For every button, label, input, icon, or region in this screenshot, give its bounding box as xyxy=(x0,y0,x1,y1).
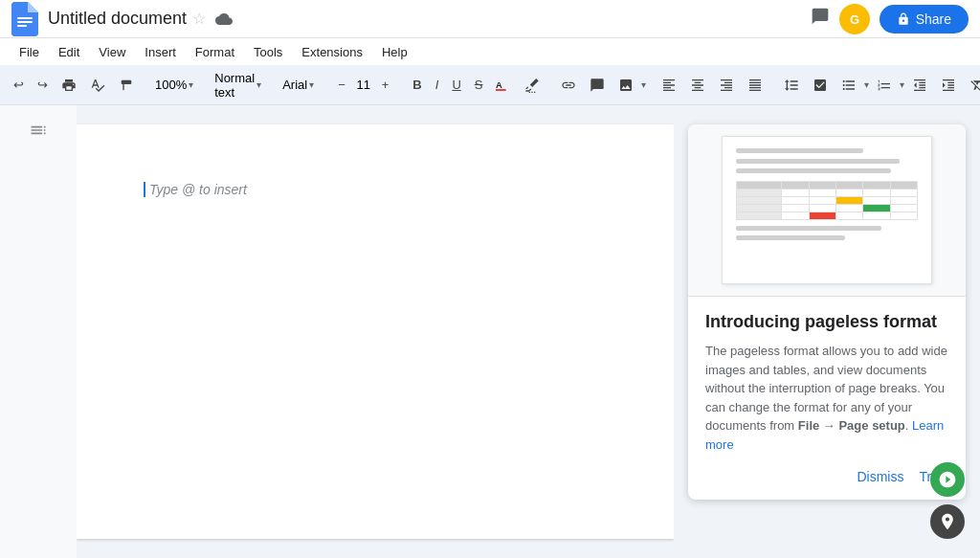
format-chevron: ▾ xyxy=(256,79,261,90)
account-avatar[interactable]: G xyxy=(839,4,870,34)
zoom-selector[interactable]: 100% ▾ xyxy=(149,76,199,94)
dismiss-button[interactable]: Dismiss xyxy=(857,469,903,484)
font-size-value[interactable]: 11 xyxy=(352,78,375,92)
doc-page[interactable]: Type @ to insert xyxy=(77,124,674,539)
svg-rect-2 xyxy=(17,25,27,27)
increase-font-size-button[interactable]: + xyxy=(377,74,394,96)
strikethrough-label: S xyxy=(475,78,483,92)
italic-button[interactable]: I xyxy=(430,74,445,96)
numbered-chevron[interactable]: ▾ xyxy=(900,79,904,90)
align-left-button[interactable] xyxy=(656,74,682,97)
share-label: Share xyxy=(916,11,951,27)
menu-insert[interactable]: Insert xyxy=(137,42,184,62)
zoom-chevron: ▾ xyxy=(189,79,193,90)
svg-rect-0 xyxy=(17,17,33,19)
numbered-list-button[interactable] xyxy=(871,74,898,97)
outline-icon[interactable] xyxy=(23,115,54,150)
popup-description: The pageless format allows you to add wi… xyxy=(705,342,948,454)
explore-fab-button[interactable] xyxy=(930,504,965,539)
preview-line-5 xyxy=(736,235,845,240)
align-center-button[interactable] xyxy=(684,74,711,97)
clear-formatting-button[interactable] xyxy=(964,74,980,97)
svg-rect-1 xyxy=(17,21,33,23)
placeholder-text: Type @ to insert xyxy=(149,182,247,197)
highlight-button[interactable] xyxy=(519,74,546,97)
increase-indent-button[interactable] xyxy=(935,74,962,97)
svg-rect-6 xyxy=(496,89,506,91)
font-selector[interactable]: Arial ▾ xyxy=(277,76,320,94)
popup-preview-doc xyxy=(722,136,932,284)
preview-line-2 xyxy=(736,159,900,164)
bold-button[interactable]: B xyxy=(407,74,427,96)
title-bar: Untitled document ☆ G Share xyxy=(0,0,980,38)
title-area: Untitled document ☆ xyxy=(48,9,811,29)
menu-bar: File Edit View Insert Format Tools Exten… xyxy=(0,38,980,65)
preview-line-4 xyxy=(736,226,881,231)
doc-area: Type @ to insert xyxy=(77,105,674,558)
popup-content: Introducing pageless format The pageless… xyxy=(688,297,966,500)
format-style-value: Normal text xyxy=(214,71,255,100)
bullet-chevron[interactable]: ▾ xyxy=(864,79,869,90)
docs-icon xyxy=(11,2,38,36)
undo-button[interactable]: ↩ xyxy=(8,74,30,96)
strikethrough-button[interactable]: S xyxy=(469,74,489,96)
paint-format-button[interactable] xyxy=(113,74,140,97)
popup-bold-text: File → Page setup xyxy=(798,418,905,433)
popup-image xyxy=(688,124,966,297)
decrease-indent-button[interactable] xyxy=(906,74,933,97)
assistant-fab-button[interactable] xyxy=(930,462,965,497)
preview-line-1 xyxy=(736,148,863,153)
print-button[interactable] xyxy=(56,74,82,97)
preview-table xyxy=(736,181,918,220)
insert-link-button[interactable] xyxy=(555,74,582,97)
text-cursor xyxy=(144,182,145,197)
bottom-right-icons xyxy=(930,462,965,539)
menu-extensions[interactable]: Extensions xyxy=(294,42,370,62)
font-size-area: − 11 + xyxy=(329,72,397,98)
menu-help[interactable]: Help xyxy=(374,42,415,62)
popup-actions: Dismiss Try it xyxy=(705,465,948,484)
redo-button[interactable]: ↪ xyxy=(32,74,54,96)
spellcheck-button[interactable] xyxy=(84,74,111,97)
image-chevron[interactable]: ▾ xyxy=(641,79,646,90)
line-spacing-button[interactable] xyxy=(778,74,805,97)
insert-image-button[interactable] xyxy=(612,74,639,97)
menu-view[interactable]: View xyxy=(91,42,133,62)
star-icon[interactable]: ☆ xyxy=(192,10,206,28)
font-color-button[interactable]: A xyxy=(490,74,517,97)
zoom-value: 100% xyxy=(155,78,187,92)
insert-comment-button[interactable] xyxy=(584,74,611,97)
menu-tools[interactable]: Tools xyxy=(246,42,290,62)
right-controls: G Share xyxy=(811,4,969,34)
menu-file[interactable]: File xyxy=(11,42,47,62)
body-area: Type @ to insert xyxy=(0,105,980,558)
comment-button[interactable] xyxy=(811,7,830,31)
doc-placeholder: Type @ to insert xyxy=(144,182,607,197)
decrease-font-size-button[interactable]: − xyxy=(333,74,350,96)
menu-edit[interactable]: Edit xyxy=(51,42,87,62)
popup-title: Introducing pageless format xyxy=(705,312,948,332)
share-button[interactable]: Share xyxy=(880,5,969,33)
font-chevron: ▾ xyxy=(309,79,314,90)
cloud-saved-icon xyxy=(215,11,233,28)
svg-text:A: A xyxy=(496,79,502,89)
doc-title[interactable]: Untitled document xyxy=(48,9,187,29)
format-style-selector[interactable]: Normal text ▾ xyxy=(209,69,267,101)
bullet-list-button[interactable] xyxy=(835,74,862,97)
underline-button[interactable]: U xyxy=(446,74,466,96)
right-panel: Introducing pageless format The pageless… xyxy=(674,105,980,558)
align-right-button[interactable] xyxy=(713,74,740,97)
left-sidebar xyxy=(0,105,77,558)
checklist-button[interactable] xyxy=(807,74,834,97)
font-value: Arial xyxy=(282,78,307,92)
menu-format[interactable]: Format xyxy=(188,42,242,62)
svg-text:G: G xyxy=(850,12,859,27)
align-justify-button[interactable] xyxy=(742,74,768,97)
popup-card: Introducing pageless format The pageless… xyxy=(688,124,966,500)
preview-line-3 xyxy=(736,168,891,173)
toolbar: ↩ ↪ 100% ▾ Normal text ▾ Arial ▾ − 11 + … xyxy=(0,65,980,105)
